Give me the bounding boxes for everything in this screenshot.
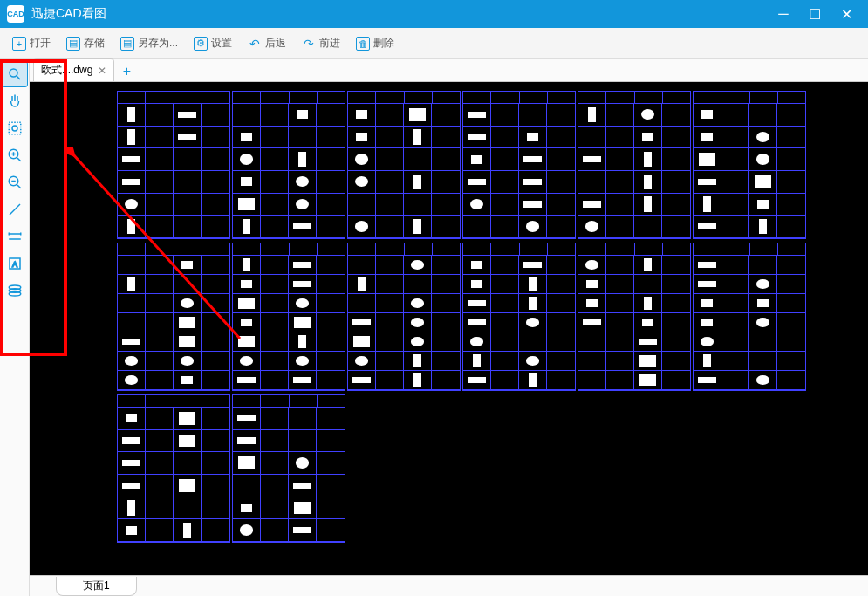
forward-label: 前进: [319, 36, 340, 51]
layers-tool-icon[interactable]: [2, 277, 28, 304]
main-area: A 欧式....dwg ✕ + 页面1: [0, 59, 868, 596]
open-button[interactable]: + 打开: [5, 32, 58, 54]
document-tab-label: 欧式....dwg: [41, 63, 92, 78]
save-button[interactable]: ▤ 存储: [59, 32, 112, 54]
svg-line-8: [17, 158, 21, 161]
new-tab-button[interactable]: +: [116, 62, 137, 81]
svg-point-4: [12, 126, 17, 131]
app-title: 迅捷CAD看图: [31, 6, 776, 22]
save-icon: ▤: [66, 37, 80, 51]
svg-point-1: [10, 69, 17, 77]
edit-tool-icon[interactable]: [2, 196, 28, 223]
zoom-out-icon[interactable]: [2, 169, 28, 195]
delete-button[interactable]: 🗑 删除: [349, 32, 401, 54]
trash-icon: 🗑: [356, 37, 370, 51]
back-arrow-icon: ↶: [248, 37, 262, 51]
pointer-tool-icon[interactable]: [2, 61, 28, 87]
close-button[interactable]: ✕: [838, 6, 854, 23]
app-icon: CAD: [7, 5, 24, 23]
minimize-button[interactable]: ─: [776, 6, 791, 23]
svg-line-11: [17, 185, 21, 188]
text-tool-icon[interactable]: A: [2, 250, 28, 277]
window-controls: ─ ☐ ✕: [776, 6, 861, 23]
back-label: 后退: [265, 36, 286, 51]
save-label: 存储: [84, 36, 105, 51]
delete-label: 删除: [373, 36, 394, 51]
svg-line-12: [10, 204, 20, 215]
settings-button[interactable]: ⚙ 设置: [187, 32, 239, 54]
forward-button[interactable]: ↷ 前进: [295, 32, 347, 54]
svg-point-21: [9, 292, 21, 297]
svg-text:A: A: [12, 260, 17, 269]
titlebar: CAD 迅捷CAD看图 ─ ☐ ✕: [0, 0, 868, 28]
canvas-area: 欧式....dwg ✕ + 页面1: [30, 59, 868, 596]
side-toolbar: A: [0, 59, 30, 596]
cad-viewport[interactable]: [30, 82, 868, 575]
plus-icon: +: [12, 37, 26, 51]
svg-rect-3: [9, 122, 21, 134]
forward-arrow-icon: ↷: [302, 37, 316, 51]
open-label: 打开: [30, 36, 51, 51]
save-as-label: 另存为...: [138, 36, 178, 51]
maximize-button[interactable]: ☐: [807, 6, 823, 23]
zoom-in-icon[interactable]: [2, 142, 28, 168]
settings-label: 设置: [211, 36, 232, 51]
back-button[interactable]: ↶ 后退: [241, 32, 293, 54]
gear-icon: ⚙: [194, 37, 208, 51]
document-tab-bar: 欧式....dwg ✕ +: [30, 59, 868, 82]
save-as-icon: ▤: [120, 37, 134, 51]
layout-tab[interactable]: 页面1: [56, 577, 137, 596]
layout-tab-bar: 页面1: [30, 575, 868, 596]
close-tab-icon[interactable]: ✕: [98, 65, 106, 77]
measure-tool-icon[interactable]: [2, 223, 28, 250]
save-as-button[interactable]: ▤ 另存为...: [113, 32, 185, 54]
svg-line-2: [17, 76, 20, 79]
pan-tool-icon[interactable]: [2, 88, 28, 114]
cad-drawing-content: [117, 91, 806, 543]
main-toolbar: + 打开 ▤ 存储 ▤ 另存为... ⚙ 设置 ↶ 后退 ↷ 前进 🗑 删除: [0, 28, 868, 59]
document-tab[interactable]: 欧式....dwg ✕: [33, 58, 114, 81]
zoom-extent-icon[interactable]: [2, 115, 28, 141]
